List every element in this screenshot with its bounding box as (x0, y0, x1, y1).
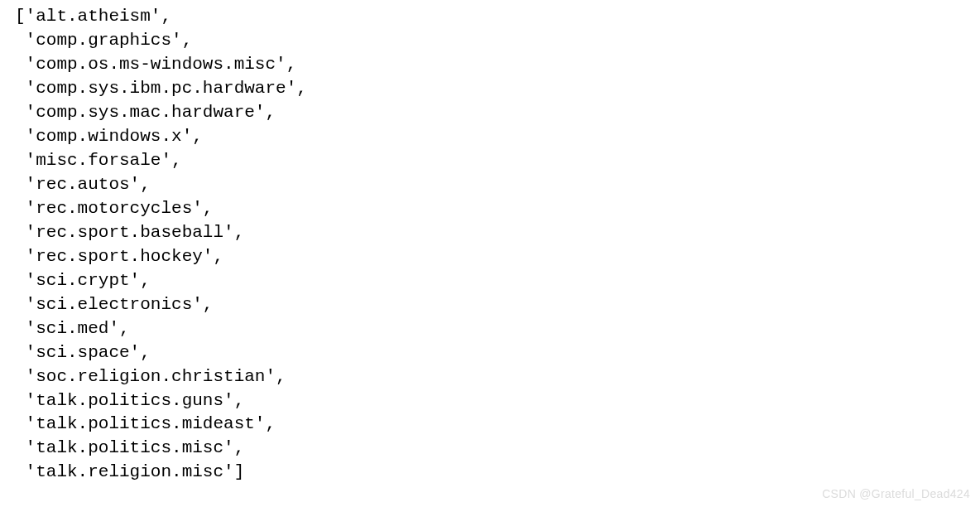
csdn-watermark: CSDN @Grateful_Dead424 (822, 486, 970, 502)
python-list-output: ['alt.atheism', 'comp.graphics', 'comp.o… (0, 0, 980, 485)
